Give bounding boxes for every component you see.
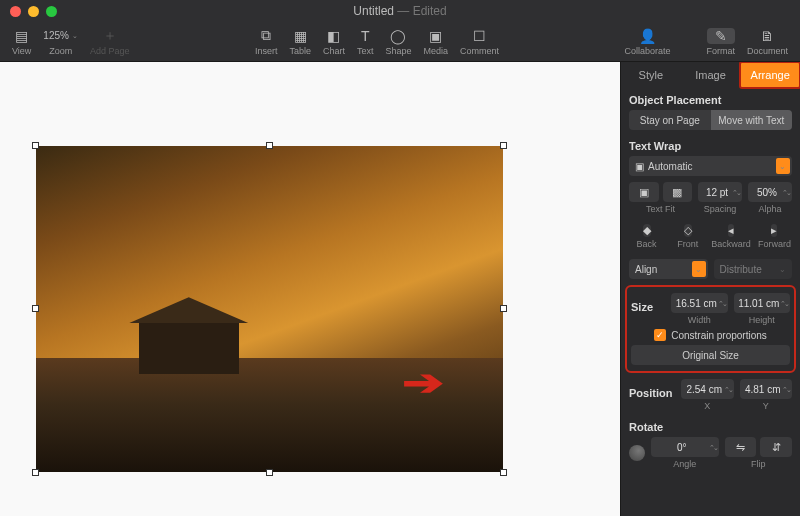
distribute-dropdown: Distribute⌄ <box>714 259 793 279</box>
resize-handle-mid-left[interactable] <box>32 305 39 312</box>
constrain-proportions-checkbox[interactable]: ✓ Constrain proportions <box>631 329 790 341</box>
shape-icon: ◯ <box>390 28 406 44</box>
bring-front-button[interactable]: ◇ <box>684 224 692 237</box>
resize-handle-mid-right[interactable] <box>500 305 507 312</box>
zoom-menu[interactable]: 125%⌄Zoom <box>37 28 84 56</box>
text-icon: T <box>361 28 370 44</box>
document-canvas[interactable]: ➔ <box>0 62 620 516</box>
object-placement-title: Object Placement <box>629 94 792 106</box>
chart-button[interactable]: ◧Chart <box>317 28 351 56</box>
resize-handle-mid-bottom[interactable] <box>266 469 273 476</box>
zoom-window-button[interactable] <box>46 6 57 17</box>
selected-image[interactable] <box>36 146 503 472</box>
document-title: Untitled — Edited <box>353 4 446 18</box>
toolbar: ▤View 125%⌄Zoom ＋Add Page ⧉Insert ▦Table… <box>0 22 800 62</box>
rotate-section: Rotate 0° Angle ⇋⇵ Flip <box>629 421 792 469</box>
text-wrap-dropdown[interactable]: ▣ Automatic ⌄ <box>629 156 792 176</box>
image-content <box>36 146 503 472</box>
insert-icon: ⧉ <box>261 28 271 44</box>
placement-segment: Stay on Page Move with Text <box>629 110 792 130</box>
zoom-value: 125%⌄ <box>43 28 78 44</box>
rotate-knob[interactable] <box>629 445 645 461</box>
position-title: Position <box>629 387 675 399</box>
spacing-field[interactable]: 12 pt <box>698 182 742 202</box>
send-backward-button[interactable]: ◂ <box>728 224 734 237</box>
titlebar: Untitled — Edited <box>0 0 800 22</box>
z-order-section: ◆Back ◇Front ◂Backward ▸Forward <box>629 224 792 249</box>
inspector-tabs: Style Image Arrange <box>621 62 800 88</box>
align-dropdown[interactable]: Align⌄ <box>629 259 708 279</box>
object-placement-section: Object Placement Stay on Page Move with … <box>629 94 792 130</box>
window-controls <box>10 6 57 17</box>
document-button[interactable]: 🗎Document <box>741 28 794 56</box>
rotate-title: Rotate <box>629 421 792 433</box>
angle-label: Angle <box>673 459 696 469</box>
chevron-down-icon: ⌄ <box>695 265 702 274</box>
annotation-arrow: ➔ <box>402 362 444 404</box>
resize-handle-top-right[interactable] <box>500 142 507 149</box>
view-menu[interactable]: ▤View <box>6 28 37 56</box>
alpha-field[interactable]: 50% <box>748 182 792 202</box>
resize-handle-mid-top[interactable] <box>266 142 273 149</box>
original-size-button[interactable]: Original Size <box>631 345 790 365</box>
position-section: Position 2.54 cm X 4.81 cm Y <box>629 379 792 411</box>
flip-label: Flip <box>751 459 766 469</box>
send-back-button[interactable]: ◆ <box>643 224 651 237</box>
format-icon: ✎ <box>707 28 735 44</box>
y-label: Y <box>763 401 769 411</box>
tab-arrange[interactable]: Arrange <box>740 62 800 88</box>
text-wrap-title: Text Wrap <box>629 140 792 152</box>
format-button[interactable]: ✎Format <box>700 28 741 56</box>
add-page-button[interactable]: ＋Add Page <box>84 28 136 56</box>
x-field[interactable]: 2.54 cm <box>681 379 734 399</box>
textfit-left[interactable]: ▣ <box>629 182 659 202</box>
body: ➔ Style Image Arrange Object Placement S… <box>0 62 800 516</box>
format-inspector: Style Image Arrange Object Placement Sta… <box>620 62 800 516</box>
chevron-down-icon: ⌄ <box>779 162 786 171</box>
width-label: Width <box>688 315 711 325</box>
bring-forward-button[interactable]: ▸ <box>771 224 777 237</box>
resize-handle-top-left[interactable] <box>32 142 39 149</box>
y-field[interactable]: 4.81 cm <box>740 379 793 399</box>
textfit-right[interactable]: ▩ <box>663 182 693 202</box>
move-with-text-button[interactable]: Move with Text <box>711 110 793 130</box>
tab-image[interactable]: Image <box>681 62 741 88</box>
text-fit-label: Text Fit <box>646 204 675 214</box>
comment-icon: ☐ <box>473 28 486 44</box>
flip-vertical-button[interactable]: ⇵ <box>760 437 792 457</box>
table-button[interactable]: ▦Table <box>283 28 317 56</box>
tab-style[interactable]: Style <box>621 62 681 88</box>
alpha-label: Alpha <box>758 204 781 214</box>
angle-field[interactable]: 0° <box>651 437 719 457</box>
chart-icon: ◧ <box>327 28 340 44</box>
stay-on-page-button[interactable]: Stay on Page <box>629 110 711 130</box>
size-section: Size 16.51 cm Width 11.01 cm Height ✓ Co… <box>629 289 792 369</box>
view-icon: ▤ <box>15 28 28 44</box>
wrap-icon: ▣ <box>635 161 644 172</box>
align-section: Align⌄ Distribute⌄ <box>629 259 792 279</box>
add-page-icon: ＋ <box>103 28 117 44</box>
text-button[interactable]: TText <box>351 28 380 56</box>
height-field[interactable]: 11.01 cm <box>734 293 791 313</box>
inspector-body: Object Placement Stay on Page Move with … <box>621 88 800 516</box>
media-button[interactable]: ▣Media <box>417 28 454 56</box>
minimize-window-button[interactable] <box>28 6 39 17</box>
title-name: Untitled <box>353 4 394 18</box>
width-field[interactable]: 16.51 cm <box>671 293 728 313</box>
table-icon: ▦ <box>294 28 307 44</box>
x-label: X <box>704 401 710 411</box>
insert-button[interactable]: ⧉Insert <box>249 28 284 56</box>
size-title: Size <box>631 301 665 313</box>
collaborate-button[interactable]: 👤Collaborate <box>618 28 676 56</box>
pages-window: Untitled — Edited ▤View 125%⌄Zoom ＋Add P… <box>0 0 800 516</box>
chevron-down-icon: ⌄ <box>779 265 786 274</box>
checkbox-checked-icon: ✓ <box>654 329 666 341</box>
shape-button[interactable]: ◯Shape <box>379 28 417 56</box>
height-label: Height <box>749 315 775 325</box>
flip-horizontal-button[interactable]: ⇋ <box>725 437 757 457</box>
resize-handle-bottom-right[interactable] <box>500 469 507 476</box>
text-wrap-section: Text Wrap ▣ Automatic ⌄ ▣▩ Text Fit 12 p… <box>629 140 792 214</box>
close-window-button[interactable] <box>10 6 21 17</box>
comment-button[interactable]: ☐Comment <box>454 28 505 56</box>
resize-handle-bottom-left[interactable] <box>32 469 39 476</box>
